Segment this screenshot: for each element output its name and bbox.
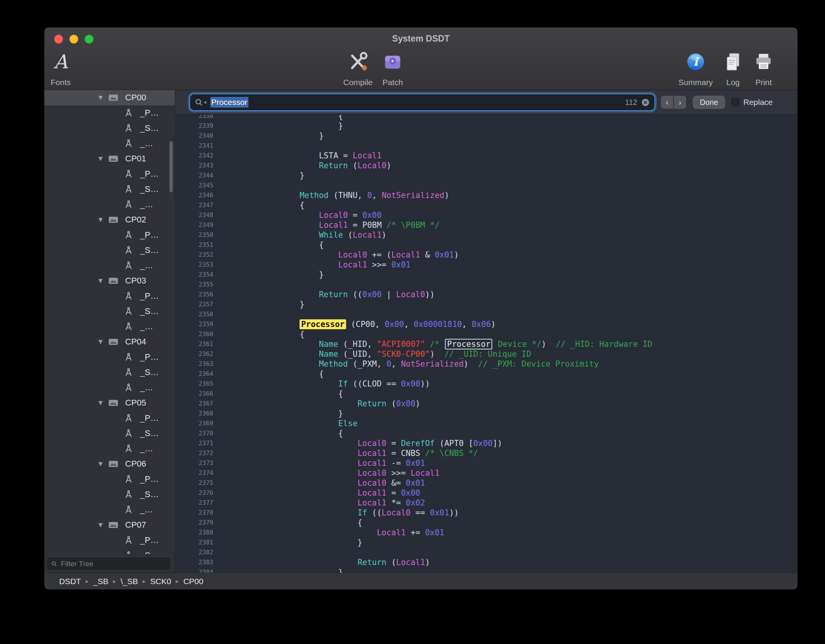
code-line[interactable]: 2360 { — [175, 329, 798, 339]
disclosure-triangle-icon[interactable]: ▼ — [97, 216, 107, 224]
code-line[interactable]: 2353 Local1 >>= 0x01 — [175, 260, 798, 270]
tree-item-cp01[interactable]: ▼CP01 — [44, 151, 175, 166]
breadcrumb-item[interactable]: _SB — [93, 577, 108, 586]
code-line[interactable]: 2382 — [175, 547, 798, 557]
tree-item-child[interactable]: _S… — [44, 243, 175, 258]
code-line[interactable]: 2380 Local1 += 0x01 — [175, 528, 798, 538]
search-menu-chevron-icon[interactable]: ▾ — [204, 100, 207, 105]
tree-item-child[interactable]: _P… — [44, 349, 175, 365]
tree-item-child[interactable]: _S… — [44, 426, 175, 441]
tree-item-cp00[interactable]: ▼CP00 — [44, 90, 175, 105]
tree-item-cp07[interactable]: ▼CP07 — [44, 517, 175, 533]
tree-item-child[interactable]: _… — [44, 319, 175, 334]
tree-item-child[interactable]: _S… — [44, 487, 175, 502]
code-line[interactable]: 2378 If ((Local0 == 0x01)) — [175, 508, 798, 518]
code-line[interactable]: 2359 Processor (CP00, 0x00, 0x00001810, … — [175, 319, 798, 329]
code-line[interactable]: 2358 — [175, 309, 798, 319]
tree-item-cp06[interactable]: ▼CP06 — [44, 456, 175, 472]
tree-item-cp04[interactable]: ▼CP04 — [44, 334, 175, 349]
tree-item-child[interactable]: _… — [44, 380, 175, 395]
print-button[interactable]: Print — [731, 47, 796, 87]
code-line[interactable]: 2351 { — [175, 240, 798, 250]
clear-search-button[interactable] — [641, 98, 650, 107]
disclosure-triangle-icon[interactable]: ▼ — [97, 338, 107, 346]
search-field[interactable]: ▾ Processor 112 — [190, 94, 654, 110]
tree-item-cp05[interactable]: ▼CP05 — [44, 395, 175, 411]
tree-item-child[interactable]: _S… — [44, 182, 175, 197]
tree-item-cp03[interactable]: ▼CP03 — [44, 273, 175, 288]
code-line[interactable]: 2383 Return (Local1) — [175, 557, 798, 567]
code-line[interactable]: 2376 Local1 = 0x00 — [175, 488, 798, 498]
code-line[interactable]: 2343 Return (Local0) — [175, 161, 798, 171]
code-line[interactable]: 2338 { — [175, 115, 798, 121]
code-line[interactable]: 2344 } — [175, 171, 798, 180]
disclosure-triangle-icon[interactable]: ▼ — [97, 155, 107, 163]
code-line[interactable]: 2357 } — [175, 299, 798, 309]
code-line[interactable]: 2373 Local1 -= 0x01 — [175, 458, 798, 468]
breadcrumb-item[interactable]: SCK0 — [150, 577, 171, 586]
code-line[interactable]: 2345 — [175, 180, 798, 190]
tree-item-child[interactable]: _P… — [44, 227, 175, 243]
tree-item-child[interactable]: _… — [44, 136, 175, 151]
code-line[interactable]: 2377 Local1 *= 0x02 — [175, 498, 798, 508]
tree-item-child[interactable]: _… — [44, 502, 175, 517]
tree-item-child[interactable]: _P… — [44, 533, 175, 548]
code-line[interactable]: 2364 { — [175, 369, 798, 379]
code-line[interactable]: 2354 } — [175, 270, 798, 280]
code-line[interactable]: 2370 { — [175, 428, 798, 438]
tree-item-child[interactable]: _S… — [44, 304, 175, 319]
code-line[interactable]: 2362 Name (_UID, "SCK0-CP00") // _UID: U… — [175, 349, 798, 359]
tree-item-child[interactable]: _P… — [44, 472, 175, 487]
find-next-button[interactable]: › — [674, 96, 686, 109]
patch-button[interactable]: Patch — [360, 47, 425, 87]
tree-item-child[interactable]: _… — [44, 197, 175, 212]
tree-item-child[interactable]: _S… — [44, 548, 175, 554]
code-line[interactable]: 2384 } — [175, 567, 798, 573]
code-line[interactable]: 2355 — [175, 280, 798, 290]
code-line[interactable]: 2350 While (Local1) — [175, 230, 798, 240]
code-line[interactable]: 2349 Local1 = P0BM /* \P0BM */ — [175, 220, 798, 230]
code-line[interactable]: 2339 } — [175, 121, 798, 131]
filter-tree-input[interactable] — [60, 559, 166, 568]
code-line[interactable]: 2366 { — [175, 389, 798, 399]
code-line[interactable]: 2352 Local0 += (Local1 & 0x01) — [175, 250, 798, 260]
code-line[interactable]: 2368 } — [175, 409, 798, 419]
code-line[interactable]: 2363 Method (_PXM, 0, NotSerialized) // … — [175, 359, 798, 369]
breadcrumb-item[interactable]: \_SB — [121, 577, 138, 586]
tree-item-child[interactable]: _P… — [44, 166, 175, 182]
tree-item-cp02[interactable]: ▼CP02 — [44, 212, 175, 227]
disclosure-triangle-icon[interactable]: ▼ — [97, 93, 107, 102]
sidebar-scrollbar[interactable] — [169, 141, 173, 192]
done-button[interactable]: Done — [693, 96, 725, 109]
code-line[interactable]: 2371 Local0 = DerefOf (APT0 [0x00]) — [175, 438, 798, 448]
tree-item-child[interactable]: _… — [44, 258, 175, 273]
code-line[interactable]: 2372 Local1 = CNBS /* \CNBS */ — [175, 448, 798, 458]
code-line[interactable]: 2341 — [175, 141, 798, 151]
tree-item-child[interactable]: _P… — [44, 288, 175, 304]
code-line[interactable]: 2361 Name (_HID, "ACPI0007" /* Processor… — [175, 339, 798, 349]
code-line[interactable]: 2340 } — [175, 131, 798, 141]
breadcrumb-item[interactable]: CP00 — [183, 577, 203, 586]
disclosure-triangle-icon[interactable]: ▼ — [97, 521, 107, 529]
code-line[interactable]: 2356 Return ((0x00 | Local0)) — [175, 290, 798, 299]
code-line[interactable]: 2365 If ((CLOD == 0x00)) — [175, 379, 798, 389]
code-scroll-area[interactable]: 2338 {2339 }2340 }23412342 LSTA = Local1… — [175, 115, 798, 573]
code-line[interactable]: 2381 } — [175, 538, 798, 547]
disclosure-triangle-icon[interactable]: ▼ — [97, 460, 107, 468]
code-line[interactable]: 2379 { — [175, 518, 798, 528]
code-line[interactable]: 2369 Else — [175, 419, 798, 428]
disclosure-triangle-icon[interactable]: ▼ — [97, 277, 107, 285]
tree-item-child[interactable]: _P… — [44, 411, 175, 426]
fonts-button[interactable]: A Fonts — [44, 47, 93, 87]
code-line[interactable]: 2374 Local0 >>= Local1 — [175, 468, 798, 478]
code-line[interactable]: 2375 Local0 &= 0x01 — [175, 478, 798, 488]
tree-item-child[interactable]: _S… — [44, 365, 175, 380]
code-line[interactable]: 2367 Return (0x00) — [175, 399, 798, 409]
find-previous-button[interactable]: ‹ — [661, 96, 673, 109]
replace-checkbox[interactable] — [732, 98, 739, 106]
code-line[interactable]: 2347 { — [175, 200, 798, 210]
breadcrumb-item[interactable]: DSDT — [59, 577, 81, 586]
tree-item-child[interactable]: _S… — [44, 121, 175, 136]
filter-tree-field[interactable] — [47, 558, 170, 570]
code-line[interactable]: 2346 Method (THNU, 0, NotSerialized) — [175, 190, 798, 200]
